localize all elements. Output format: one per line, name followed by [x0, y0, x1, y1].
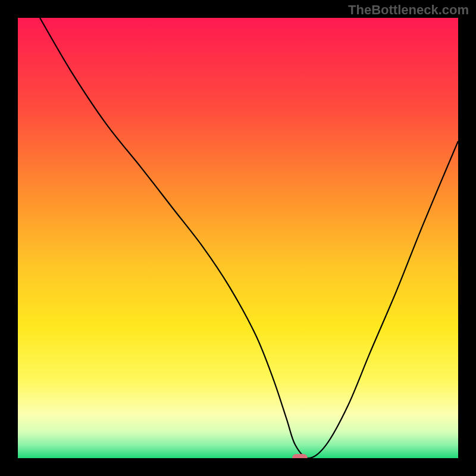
- chart-minimum-marker: [292, 454, 308, 458]
- watermark-text: TheBottleneck.com: [348, 2, 469, 18]
- chart-curve: [18, 18, 458, 458]
- plot-area: [18, 18, 458, 458]
